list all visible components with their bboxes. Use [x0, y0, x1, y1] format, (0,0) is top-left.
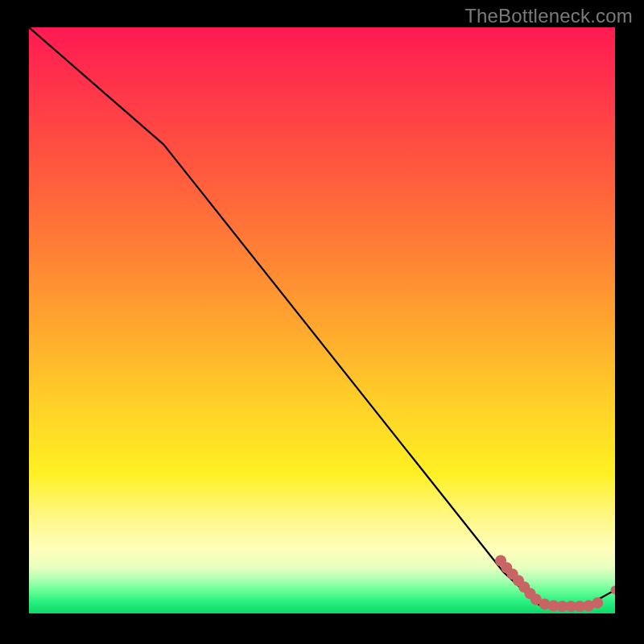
watermark-text: TheBottleneck.com — [464, 5, 633, 27]
chart-frame: TheBottleneck.com — [0, 0, 644, 644]
plot-area — [29, 27, 615, 613]
marker-group — [495, 555, 615, 613]
marker-point — [592, 597, 603, 609]
chart-overlay — [29, 27, 615, 613]
curve-line — [29, 27, 615, 606]
